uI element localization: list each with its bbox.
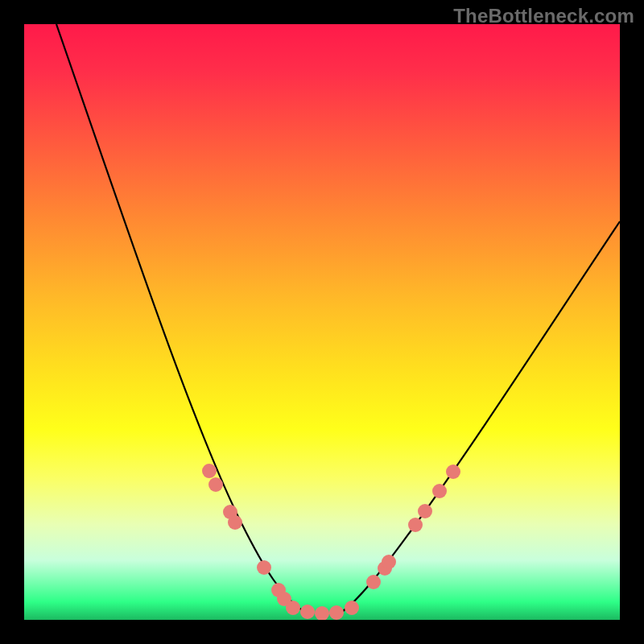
- marker-point: [345, 601, 359, 615]
- marker-point: [418, 504, 432, 518]
- marker-point: [228, 515, 242, 530]
- marker-point: [300, 605, 315, 619]
- left-curve: [56, 24, 302, 610]
- marker-point: [315, 606, 329, 620]
- plot-area: [24, 24, 620, 620]
- marker-point: [446, 464, 460, 479]
- marker-point: [432, 484, 447, 498]
- marker-point: [208, 477, 223, 492]
- chart-svg: [24, 24, 620, 620]
- marker-group: [202, 464, 460, 620]
- marker-point: [408, 518, 423, 532]
- marker-point: [257, 560, 271, 575]
- marker-point: [329, 605, 344, 620]
- chart-frame: TheBottleneck.com: [0, 0, 644, 644]
- marker-point: [286, 601, 300, 615]
- marker-point: [382, 555, 396, 569]
- marker-point: [202, 464, 217, 478]
- marker-point: [366, 575, 381, 589]
- right-curve: [342, 221, 620, 612]
